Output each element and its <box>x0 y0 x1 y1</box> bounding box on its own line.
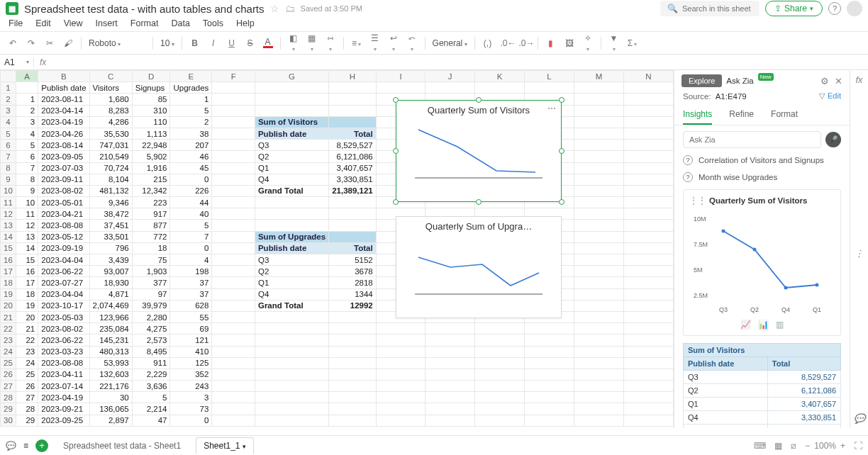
document-title[interactable]: Spreadsheet test data - with auto tables… <box>24 3 265 15</box>
zia-tabs: Insights Refine Format <box>674 105 850 125</box>
line-chart-icon[interactable]: 📈 <box>740 320 751 330</box>
text-color-icon[interactable]: A <box>263 38 273 48</box>
help-icon[interactable]: ? <box>828 2 841 15</box>
suggestion-monthwise[interactable]: ?Month wise Upgrades <box>683 172 841 182</box>
valign-icon[interactable]: ☰ <box>369 33 381 53</box>
currency-icon[interactable]: (,) <box>482 38 494 48</box>
svg-text:7.5M: 7.5M <box>694 241 708 248</box>
undo-icon[interactable]: ↶ <box>7 38 18 48</box>
comment-icon[interactable]: 💬 <box>854 413 865 424</box>
cell-reference[interactable]: A1▾ <box>0 57 34 67</box>
chevron-down-icon: ▾ <box>810 5 813 12</box>
folder-icon[interactable]: 🗂 <box>285 3 295 14</box>
redo-icon[interactable]: ↷ <box>26 38 37 48</box>
fill-color-icon[interactable]: ◧ <box>288 33 299 53</box>
share-button[interactable]: ⇪ Share ▾ <box>765 1 823 16</box>
strike-icon[interactable]: S <box>245 38 256 48</box>
svg-text:Q1: Q1 <box>813 306 821 313</box>
svg-point-6 <box>722 230 725 233</box>
italic-icon[interactable]: I <box>208 38 219 48</box>
grid-icon[interactable]: ▦ <box>774 441 782 451</box>
chart-bar-icon[interactable]: ▮ <box>545 38 557 48</box>
bold-icon[interactable]: B <box>189 38 201 48</box>
underline-icon[interactable]: U <box>226 38 238 48</box>
zoom-out-icon[interactable]: − <box>805 441 810 451</box>
rotate-text-icon[interactable]: ⤺ <box>406 33 418 53</box>
search-icon: 🔍 <box>667 4 678 13</box>
sheet-footer: 💬 ≡ + Spreadsheet test data - Sheet1 She… <box>0 435 868 455</box>
menu-view[interactable]: View <box>64 18 83 28</box>
zoom-in-icon[interactable]: + <box>840 441 845 451</box>
chart-upgrades[interactable]: Quarterly Sum of Upgra… <box>396 216 562 318</box>
fx-label: fx <box>34 57 52 67</box>
sigma-icon[interactable]: Σ <box>627 38 638 48</box>
fullscreen-icon[interactable]: ⛶ <box>854 441 862 451</box>
decimal-dec-icon[interactable]: .0→ <box>519 38 530 48</box>
explore-button[interactable]: Explore <box>681 74 722 87</box>
na-icon[interactable]: ⧄ <box>791 441 796 451</box>
sheet-tab-2[interactable]: Sheet1_1 ▾ <box>196 437 254 454</box>
column-chart-icon[interactable]: ▥ <box>776 320 784 330</box>
comment-footer-icon[interactable]: 💬 <box>6 441 16 451</box>
wrap-icon[interactable]: ↩ <box>388 33 399 53</box>
svg-text:5M: 5M <box>694 266 703 274</box>
drag-handle-icon[interactable]: ⋮ <box>855 248 864 259</box>
sparkline-icon[interactable]: ✧ <box>582 33 594 53</box>
font-size-select[interactable]: 10 <box>160 38 174 48</box>
right-icon-strip: fx ⋮ 💬 <box>850 70 868 428</box>
save-status: Saved at 3:50 PM <box>301 4 362 13</box>
borders-icon[interactable]: ▦ <box>306 33 318 53</box>
keyboard-icon[interactable]: ⌨ <box>754 441 766 451</box>
askzia-tab[interactable]: Ask Zia <box>726 77 753 85</box>
fx-sidebar-icon[interactable]: fx <box>855 74 862 85</box>
zia-summary-table: Sum of Visitors Publish dateTotal Q38,52… <box>683 343 841 428</box>
bar-chart-icon[interactable]: 📊 <box>758 320 769 330</box>
add-sheet-button[interactable]: + <box>35 439 48 452</box>
sheet-tab-1[interactable]: Spreadsheet test data - Sheet1 <box>55 437 189 454</box>
chart-menu-icon[interactable]: ⋯ <box>547 103 557 113</box>
svg-text:Q2: Q2 <box>750 306 759 313</box>
gear-icon[interactable]: ⚙ <box>820 76 829 86</box>
menu-file[interactable]: File <box>9 18 23 28</box>
ask-zia-input[interactable] <box>683 131 821 148</box>
share-icon: ⇪ <box>774 4 781 13</box>
halign-icon[interactable]: ≡ <box>351 38 362 48</box>
mic-icon[interactable]: 🎤 <box>825 132 841 147</box>
merge-icon[interactable]: ⇿ <box>325 33 336 53</box>
zia-chart-card[interactable]: ⋮⋮Quarterly Sum of Visitors 10M 7.5M 5M … <box>683 189 841 336</box>
menu-edit[interactable]: Edit <box>35 18 51 28</box>
menu-data[interactable]: Data <box>171 18 189 28</box>
formula-input[interactable] <box>52 57 868 67</box>
close-icon[interactable]: ✕ <box>835 76 842 86</box>
spreadsheet-grid: ABCDEFGHIJKLMN1Publish dateVisitorsSignu… <box>0 70 674 427</box>
menu-insert[interactable]: Insert <box>96 18 118 28</box>
search-sheet[interactable]: 🔍 <box>660 1 760 16</box>
svg-text:Q3: Q3 <box>719 306 728 313</box>
search-input[interactable] <box>682 4 752 13</box>
svg-text:Q4: Q4 <box>781 306 790 313</box>
tab-format[interactable]: Format <box>771 105 798 125</box>
menu-format[interactable]: Format <box>130 18 159 28</box>
chart-visitors[interactable]: ⋯ Quarterly Sum of Visitors <box>396 100 562 202</box>
paint-format-icon[interactable]: 🖌 <box>62 38 74 48</box>
cut-icon[interactable]: ✂ <box>44 38 55 48</box>
edit-source-link[interactable]: ▽Edit <box>819 91 841 101</box>
decimal-inc-icon[interactable]: .0← <box>501 38 512 48</box>
suggestion-correlation[interactable]: ?Correlation of Visitors and Signups <box>683 155 841 165</box>
avatar[interactable] <box>847 1 862 16</box>
font-family-select[interactable]: Roboto <box>89 38 145 48</box>
svg-text:10M: 10M <box>694 215 706 223</box>
image-icon[interactable]: 🖼 <box>564 38 575 48</box>
grid-pane[interactable]: ABCDEFGHIJKLMN1Publish dateVisitorsSignu… <box>0 70 674 428</box>
formula-bar: A1▾ fx <box>0 55 868 70</box>
number-format-select[interactable]: General <box>433 38 467 48</box>
menu-tools[interactable]: Tools <box>203 18 223 28</box>
sheets-menu-icon[interactable]: ≡ <box>23 441 28 451</box>
source-range: A1:E479 <box>716 92 747 101</box>
star-icon[interactable]: ☆ <box>270 3 279 14</box>
zoom-control[interactable]: − 100% + <box>805 441 845 451</box>
filter-icon[interactable]: ▼ <box>608 33 620 53</box>
tab-insights[interactable]: Insights <box>683 105 712 125</box>
tab-refine[interactable]: Refine <box>729 105 754 125</box>
menu-help[interactable]: Help <box>236 18 255 28</box>
